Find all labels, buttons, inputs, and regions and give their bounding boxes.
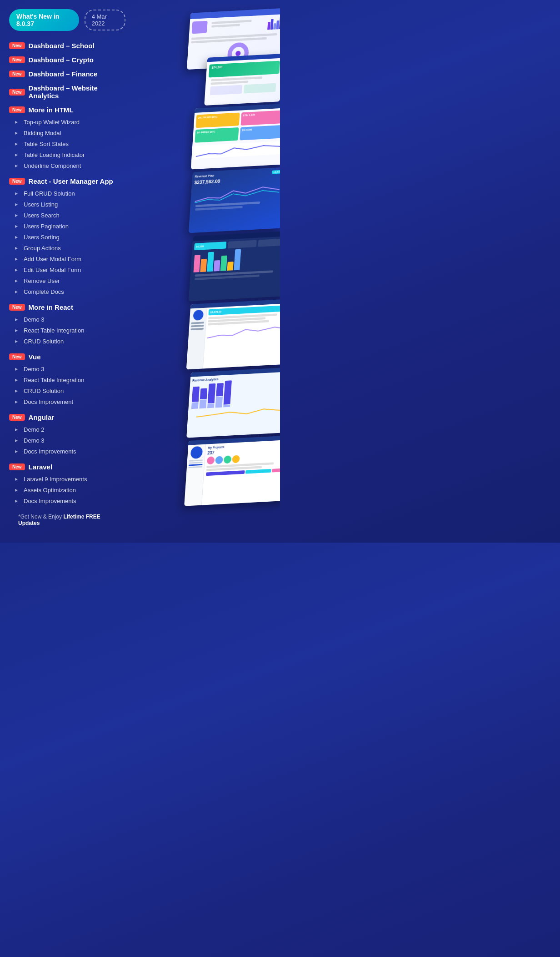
list-item[interactable]: Bidding Modal <box>9 127 125 138</box>
new-badge-dashboard-school: New <box>9 42 25 49</box>
list-item[interactable]: Demo 3 <box>9 435 125 446</box>
screenshot-3: 2% 769,000 BTC ETH 1,234 $6 ARDEN BTC $3… <box>191 104 280 170</box>
list-item[interactable]: Users Sorting <box>9 232 125 242</box>
section-title-react: React - User Manager App <box>29 177 113 185</box>
chevron-icon <box>13 255 20 262</box>
screenshot-6: $2,379.00 <box>186 299 280 370</box>
chevron-icon <box>13 327 20 334</box>
chevron-icon <box>13 118 20 126</box>
section-title-dashboard-school: Dashboard – School <box>29 42 95 50</box>
list-item[interactable]: Underline Component <box>9 160 125 171</box>
chevron-icon <box>13 475 20 483</box>
list-item[interactable]: CRUD Solution <box>9 336 125 347</box>
section-angular: New Angular <box>9 413 125 421</box>
list-item[interactable]: Table Loading Indicator <box>9 149 125 160</box>
list-item[interactable]: Docs Improvement <box>9 396 125 407</box>
list-item[interactable]: React Table Integration <box>9 325 125 336</box>
chevron-icon <box>13 426 20 433</box>
section-title-vue: Vue <box>29 353 41 361</box>
chevron-icon <box>13 486 20 494</box>
list-item[interactable]: Demo 3 <box>9 363 125 374</box>
list-item[interactable]: Demo 3 <box>9 314 125 325</box>
list-item[interactable]: Top-up Wallet Wizard <box>9 116 125 127</box>
chevron-icon <box>13 398 20 405</box>
chevron-icon <box>13 190 20 197</box>
section-more-html: New More in HTML <box>9 106 125 114</box>
section-title-dashboard-finance: Dashboard – Finance <box>29 70 98 78</box>
version-badge: What's New in 8.0.37 <box>9 9 79 31</box>
list-item[interactable]: Demo 2 <box>9 424 125 435</box>
new-badge-angular: New <box>9 414 25 421</box>
chevron-icon <box>13 151 20 158</box>
screenshots-panel: $74,500 2% 769,000 BTC ETH 1,234 <box>135 0 280 543</box>
content-panel: What's New in 8.0.37 4 Mar 2022 New Dash… <box>0 0 135 543</box>
list-item[interactable]: Group Actions <box>9 242 125 253</box>
chevron-icon <box>13 222 20 230</box>
chevron-icon <box>13 140 20 147</box>
list-item[interactable]: Table Sort States <box>9 138 125 149</box>
list-item[interactable]: Assets Optimization <box>9 484 125 495</box>
chevron-icon <box>13 201 20 208</box>
screenshot-8: My Projects 237 <box>184 435 280 506</box>
new-badge-dashboard-crypto: New <box>9 56 25 63</box>
page-header: What's New in 8.0.37 4 Mar 2022 <box>9 9 125 31</box>
section-title-angular: Angular <box>29 413 55 421</box>
list-item[interactable]: Full CRUD Solution <box>9 188 125 199</box>
section-title-dashboard-crypto: Dashboard – Crypto <box>29 56 94 64</box>
list-item[interactable]: React Table Integration <box>9 374 125 385</box>
chevron-icon <box>13 129 20 136</box>
section-title-more-html: More in HTML <box>29 106 74 114</box>
chevron-icon <box>13 162 20 169</box>
chevron-icon <box>13 437 20 444</box>
chevron-icon <box>13 387 20 394</box>
list-item[interactable]: Docs Improvements <box>9 446 125 457</box>
chevron-icon <box>13 244 20 252</box>
screenshot-7: Revenue Analytics 7.9% <box>186 367 280 438</box>
screenshot-2: $74,500 <box>204 54 280 106</box>
section-dashboard-school[interactable]: New Dashboard – School <box>9 42 125 50</box>
list-item[interactable]: Users Pagination <box>9 221 125 232</box>
section-title-dashboard-analytics: Dashboard – Website Analytics <box>29 84 125 100</box>
list-item[interactable]: Users Listing <box>9 199 125 210</box>
new-badge-react: New <box>9 178 25 185</box>
chevron-icon <box>13 288 20 295</box>
chevron-icon <box>13 337 20 345</box>
list-item[interactable]: CRUD Solution <box>9 385 125 396</box>
chevron-icon <box>13 365 20 373</box>
section-more-react: New More in React <box>9 303 125 311</box>
chevron-icon <box>13 316 20 323</box>
new-badge-more-html: New <box>9 106 25 113</box>
new-badge-dashboard-finance: New <box>9 71 25 77</box>
new-badge-vue: New <box>9 353 25 360</box>
section-dashboard-crypto[interactable]: New Dashboard – Crypto <box>9 56 125 64</box>
screenshot-5: 10,369 <box>189 231 280 302</box>
list-item[interactable]: Laravel 9 Improvements <box>9 473 125 484</box>
new-badge-laravel: New <box>9 463 25 470</box>
list-item[interactable]: Add User Modal Form <box>9 253 125 264</box>
section-laravel: New Laravel <box>9 463 125 471</box>
chevron-icon <box>13 233 20 241</box>
footer: *Get Now & Enjoy Lifetime FREE Updates <box>9 506 125 534</box>
chevron-icon <box>13 266 20 273</box>
chevron-icon <box>13 212 20 219</box>
list-item[interactable]: Edit User Modal Form <box>9 264 125 275</box>
chevron-icon <box>13 497 20 504</box>
list-item[interactable]: Docs Improvements <box>9 495 125 506</box>
new-badge-more-react: New <box>9 304 25 311</box>
chevron-icon <box>13 277 20 284</box>
section-title-more-react: More in React <box>29 303 73 311</box>
date-badge: 4 Mar 2022 <box>85 10 125 30</box>
list-item[interactable]: Remove User <box>9 275 125 286</box>
section-title-laravel: Laravel <box>29 463 53 471</box>
section-react-user-manager: New React - User Manager App <box>9 177 125 185</box>
section-dashboard-analytics[interactable]: New Dashboard – Website Analytics <box>9 84 125 100</box>
new-badge-dashboard-analytics: New <box>9 89 25 96</box>
screenshot-4: Revenue Plan +2.5% $237,562.00 <box>189 167 280 233</box>
chevron-icon <box>13 376 20 383</box>
chevron-icon <box>13 448 20 455</box>
list-item[interactable]: Users Search <box>9 210 125 221</box>
list-item[interactable]: Complete Docs <box>9 286 125 297</box>
section-vue: New Vue <box>9 353 125 361</box>
section-dashboard-finance[interactable]: New Dashboard – Finance <box>9 70 125 78</box>
